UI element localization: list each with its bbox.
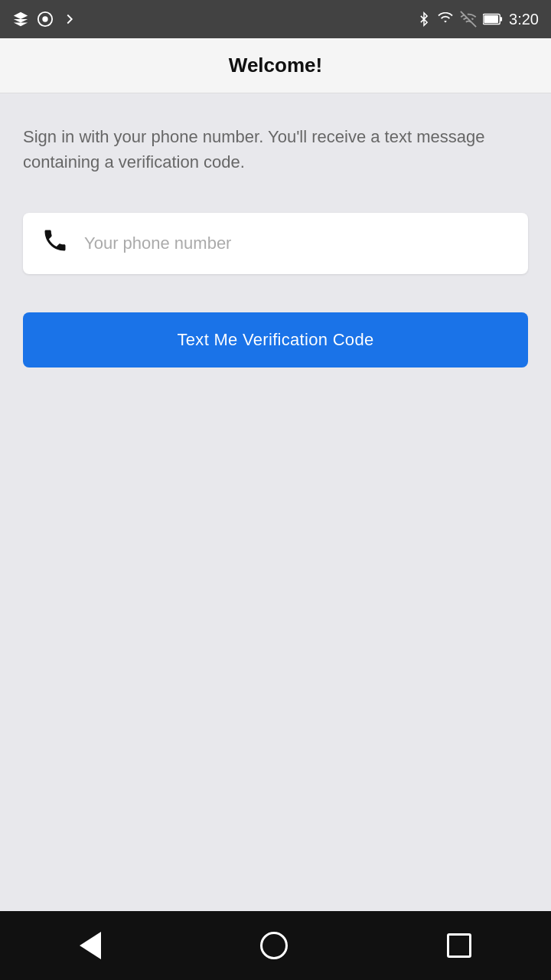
battery-icon	[483, 12, 503, 26]
wifi-icon	[437, 12, 454, 26]
main-content: Sign in with your phone number. You'll r…	[0, 93, 551, 911]
status-bar-left	[12, 11, 78, 28]
verify-button[interactable]: Text Me Verification Code	[23, 312, 528, 368]
status-bar-right: 3:20	[417, 11, 539, 28]
back-icon	[80, 932, 101, 959]
back-button[interactable]	[72, 924, 109, 967]
status-time: 3:20	[509, 11, 539, 28]
bluetooth-icon	[417, 11, 431, 28]
phone-number-input[interactable]	[84, 234, 510, 253]
page-title: Welcome!	[229, 54, 322, 77]
home-icon	[260, 932, 288, 959]
svg-rect-4	[500, 17, 502, 21]
bottom-nav-bar	[0, 911, 551, 980]
app-icon-2	[37, 11, 54, 28]
app-header: Welcome!	[0, 38, 551, 93]
signal-icon	[460, 11, 477, 28]
home-button[interactable]	[253, 924, 295, 967]
svg-rect-5	[484, 15, 498, 23]
phone-icon	[41, 227, 69, 260]
recents-icon	[447, 933, 471, 958]
recents-button[interactable]	[439, 926, 479, 965]
status-bar: 3:20	[0, 0, 551, 38]
app-icon-1	[12, 11, 29, 28]
sign-in-description: Sign in with your phone number. You'll r…	[23, 124, 528, 175]
svg-point-1	[42, 16, 47, 21]
phone-input-container	[23, 213, 528, 274]
app-icon-3	[61, 11, 78, 28]
